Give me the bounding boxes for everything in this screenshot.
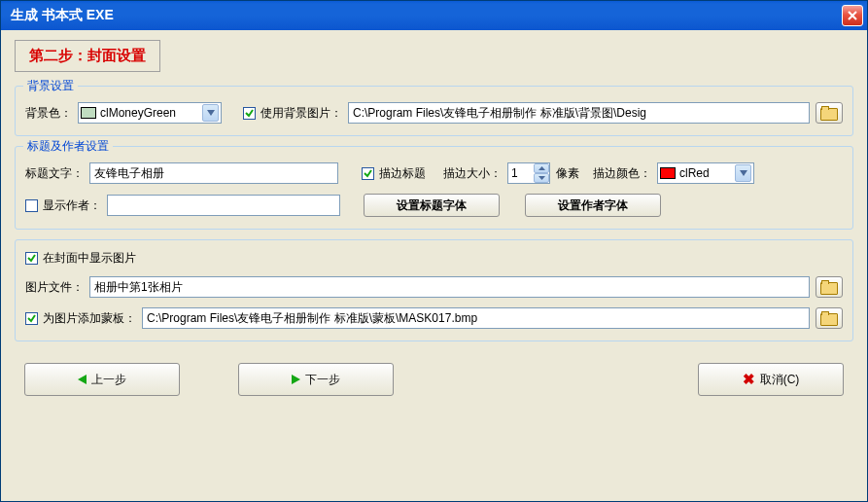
browse-image-file-button[interactable] bbox=[816, 276, 843, 298]
set-title-font-button[interactable]: 设置标题字体 bbox=[364, 194, 500, 217]
fieldset-cover-image: 在封面中显示图片 图片文件： 为图片添加蒙板： bbox=[15, 239, 853, 341]
image-file-label: 图片文件： bbox=[25, 279, 84, 296]
legend-background: 背景设置 bbox=[23, 78, 78, 94]
bg-image-path-input[interactable] bbox=[348, 102, 810, 124]
prev-label: 上一步 bbox=[91, 372, 126, 388]
cancel-button[interactable]: ✖ 取消(C) bbox=[698, 363, 844, 396]
chevron-down-icon[interactable] bbox=[202, 104, 219, 122]
show-image-on-cover-checkbox[interactable]: 在封面中显示图片 bbox=[25, 250, 136, 267]
mask-path-input[interactable] bbox=[142, 307, 810, 329]
window-title: 生成 书本式 EXE bbox=[5, 7, 842, 24]
bg-color-swatch bbox=[81, 107, 96, 119]
set-author-font-button[interactable]: 设置作者字体 bbox=[525, 194, 661, 217]
spinner-up[interactable] bbox=[534, 163, 549, 173]
fieldset-title-author: 标题及作者设置 标题文字： 描边标题 描边大小： bbox=[15, 146, 853, 230]
add-mask-label: 为图片添加蒙板： bbox=[43, 310, 136, 327]
titlebar: 生成 书本式 EXE bbox=[1, 1, 867, 30]
add-mask-checkbox[interactable]: 为图片添加蒙板： bbox=[25, 310, 136, 327]
chevron-down-icon[interactable] bbox=[735, 164, 751, 182]
spinner-down[interactable] bbox=[534, 173, 549, 183]
show-author-label: 显示作者： bbox=[43, 197, 101, 214]
cancel-label: 取消(C) bbox=[760, 372, 800, 388]
legend-title-author: 标题及作者设置 bbox=[23, 138, 113, 155]
bg-color-combo[interactable]: clMoneyGreen bbox=[78, 102, 222, 124]
x-icon: ✖ bbox=[743, 371, 755, 388]
show-image-on-cover-label: 在封面中显示图片 bbox=[43, 250, 136, 267]
outline-title-label: 描边标题 bbox=[379, 165, 426, 182]
outline-color-text: clRed bbox=[679, 166, 735, 180]
bg-color-text: clMoneyGreen bbox=[100, 106, 202, 120]
fieldset-background: 背景设置 背景色： clMoneyGreen 使用背景图片： bbox=[15, 86, 853, 136]
close-button[interactable] bbox=[842, 5, 863, 26]
use-bg-image-label: 使用背景图片： bbox=[260, 105, 342, 122]
outline-size-spinner[interactable] bbox=[507, 162, 550, 184]
show-author-checkbox[interactable]: 显示作者： bbox=[25, 197, 101, 214]
close-icon bbox=[847, 10, 858, 21]
folder-open-icon bbox=[820, 311, 838, 325]
outline-size-input[interactable] bbox=[508, 163, 534, 183]
step-label: 第二步：封面设置 bbox=[15, 40, 160, 72]
next-button[interactable]: 下一步 bbox=[238, 363, 394, 396]
outline-size-label: 描边大小： bbox=[443, 165, 502, 182]
outline-color-label: 描边颜色： bbox=[593, 165, 651, 182]
prev-button[interactable]: 上一步 bbox=[24, 363, 180, 396]
folder-open-icon bbox=[820, 280, 838, 294]
checkbox-icon bbox=[243, 107, 256, 120]
title-text-input[interactable] bbox=[89, 162, 338, 184]
triangle-left-icon bbox=[78, 375, 87, 384]
bg-color-label: 背景色： bbox=[25, 105, 72, 122]
checkbox-icon bbox=[25, 252, 38, 265]
title-text-label: 标题文字： bbox=[25, 165, 84, 182]
pixel-label: 像素 bbox=[556, 165, 579, 182]
checkbox-icon bbox=[25, 199, 38, 212]
use-bg-image-checkbox[interactable]: 使用背景图片： bbox=[243, 105, 342, 122]
folder-open-icon bbox=[820, 106, 838, 120]
next-label: 下一步 bbox=[305, 372, 340, 388]
outline-color-combo[interactable]: clRed bbox=[657, 162, 754, 184]
outline-color-swatch bbox=[660, 167, 676, 179]
browse-mask-button[interactable] bbox=[816, 307, 843, 329]
checkbox-icon bbox=[25, 312, 38, 325]
browse-bg-image-button[interactable] bbox=[816, 102, 843, 124]
checkbox-icon bbox=[362, 167, 374, 180]
triangle-right-icon bbox=[292, 375, 300, 384]
author-input[interactable] bbox=[107, 195, 340, 216]
image-file-input[interactable] bbox=[89, 276, 810, 298]
outline-title-checkbox[interactable]: 描边标题 bbox=[362, 165, 426, 182]
